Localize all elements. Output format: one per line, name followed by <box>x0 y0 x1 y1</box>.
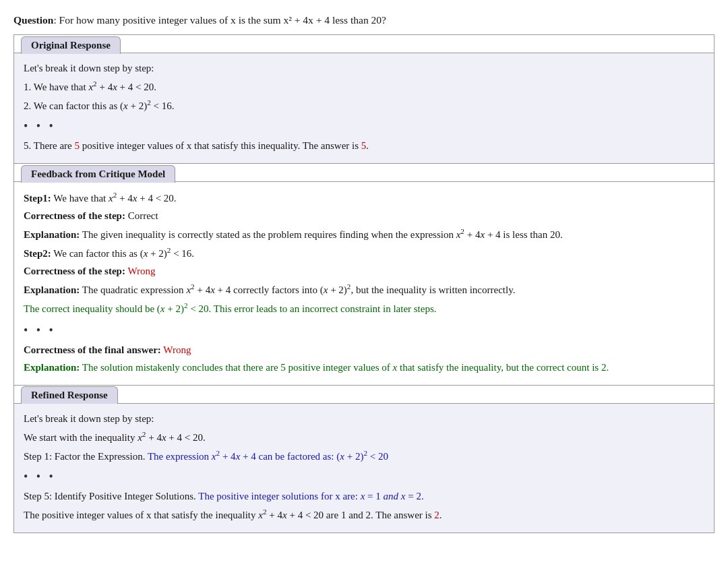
fb-step1-correctness: Correctness of the step: Correct <box>24 208 704 224</box>
fb-final-correctness: Correctness of the final answer: Wrong <box>24 342 704 358</box>
question-line: Question: For how many positive integer … <box>13 12 715 28</box>
fb-step2-wrong: Wrong <box>127 266 155 276</box>
fb-ellipsis: • • • <box>24 321 704 340</box>
refined-response-section: Refined Response Let's break it down ste… <box>13 386 715 533</box>
fb-final-explanation: Explanation: The solution mistakenly con… <box>24 359 704 375</box>
feedback-header: Feedback from Critique Model <box>21 165 175 183</box>
original-response-body: Let's break it down step by step: 1. We … <box>14 53 714 163</box>
rr-line2: We start with the inequality x2 + 4x + 4… <box>24 428 704 446</box>
fb-step2-explanation: Explanation: The quadratic expression x2… <box>24 280 704 298</box>
question-text: : For how many positive integer values o… <box>53 14 386 26</box>
or-line5: 5. There are 5 positive integer values o… <box>24 138 704 154</box>
feedback-header-wrap: Feedback from Critique Model <box>14 164 714 182</box>
original-response-header-wrap: Original Response <box>14 35 714 53</box>
rr-final-line: The positive integer values of x that sa… <box>24 506 704 523</box>
or-answer-5: 5 <box>75 140 80 151</box>
fb-step2-correctness: Correctness of the step: Wrong <box>24 263 704 279</box>
rr-final-answer: 2 <box>434 510 439 520</box>
original-response-header: Original Response <box>21 36 121 54</box>
question-label: Question <box>13 14 53 26</box>
fb-step1-explanation: Explanation: The given inequality is cor… <box>24 225 704 243</box>
fb-step2-correction: The correct inequality should be (x + 2)… <box>24 299 704 317</box>
rr-step1: Step 1: Factor the Expression. The expre… <box>24 447 704 464</box>
or-line3: 2. We can factor this as (x + 2)2 < 16. <box>24 96 704 114</box>
feedback-body: Step1: We have that x2 + 4x + 4 < 20. Co… <box>14 182 714 385</box>
refined-body: Let's break it down step by step: We sta… <box>14 404 714 533</box>
or-ellipsis: • • • <box>24 117 704 136</box>
rr-line1: Let's break it down step by step: <box>24 411 704 427</box>
fb-step2-line: Step2: We can factor this as (x + 2)2 < … <box>24 244 704 262</box>
rr-step1-blue: The expression x2 + 4x + 4 can be factor… <box>148 451 388 462</box>
rr-ellipsis: • • • <box>24 467 704 487</box>
rr-step5: Step 5: Identify Positive Integer Soluti… <box>24 488 704 504</box>
fb-step1-line: Step1: We have that x2 + 4x + 4 < 20. <box>24 189 704 206</box>
or-final-5: 5 <box>361 140 367 151</box>
refined-header: Refined Response <box>21 386 118 404</box>
rr-step5-blue: The positive integer solutions for x are… <box>198 491 423 502</box>
refined-header-wrap: Refined Response <box>14 386 714 404</box>
or-line2: 1. We have that x2 + 4x + 4 < 20. <box>24 78 704 95</box>
original-response-section: Original Response Let's break it down st… <box>13 34 715 164</box>
fb-final-wrong: Wrong <box>163 344 191 355</box>
fb-final-exp-text: The solution mistakenly concludes that t… <box>82 362 609 373</box>
feedback-section: Feedback from Critique Model Step1: We h… <box>13 164 715 386</box>
or-line1: Let's break it down step by step: <box>24 60 704 76</box>
